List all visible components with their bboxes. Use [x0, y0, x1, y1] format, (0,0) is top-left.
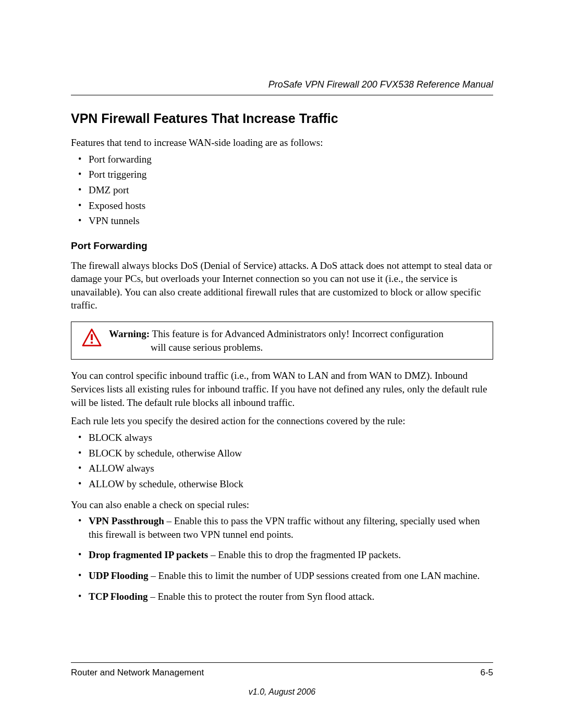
list-item: Drop fragmented IP packets – Enable this… — [71, 548, 493, 562]
rule-desc: – Enable this to drop the fragmented IP … — [208, 549, 401, 560]
running-head: ProSafe VPN Firewall 200 FVX538 Referenc… — [71, 78, 493, 95]
footer-version: v1.0, August 2006 — [71, 686, 493, 698]
svg-rect-2 — [91, 342, 93, 344]
list-item: VPN Passthrough – Enable this to pass th… — [71, 514, 493, 541]
footer-section-title: Router and Network Management — [71, 667, 204, 679]
special-rules-intro: You can also enable a check on special r… — [71, 498, 493, 512]
warning-line1: This feature is for Advanced Administrat… — [150, 328, 444, 339]
list-item: ALLOW by schedule, otherwise Block — [71, 477, 493, 491]
rule-intro-paragraph: Each rule lets you specify the desired a… — [71, 414, 493, 428]
rule-name: VPN Passthrough — [89, 515, 164, 526]
warning-label: Warning: — [109, 328, 150, 339]
list-item: BLOCK by schedule, otherwise Allow — [71, 447, 493, 460]
intro-paragraph: Features that tend to increase WAN-side … — [71, 136, 493, 150]
list-item: Exposed hosts — [71, 199, 493, 213]
footer-rule — [71, 662, 493, 663]
inbound-traffic-paragraph: You can control specific inbound traffic… — [71, 369, 493, 409]
rule-desc: – Enable this to limit the number of UDP… — [149, 570, 480, 581]
list-item: VPN tunnels — [71, 214, 493, 228]
svg-rect-1 — [91, 334, 93, 340]
document-page: ProSafe VPN Firewall 200 FVX538 Referenc… — [0, 0, 563, 728]
special-rules-list: VPN Passthrough – Enable this to pass th… — [71, 514, 493, 603]
warning-line2: will cause serious problems. — [109, 341, 484, 354]
feature-list: Port forwarding Port triggering DMZ port… — [71, 153, 493, 228]
page-footer: Router and Network Management 6-5 v1.0, … — [71, 662, 493, 698]
section-title: VPN Firewall Features That Increase Traf… — [71, 110, 493, 128]
warning-box: Warning: This feature is for Advanced Ad… — [71, 322, 493, 360]
list-item: Port triggering — [71, 168, 493, 181]
warning-text: Warning: This feature is for Advanced Ad… — [107, 327, 484, 354]
port-forwarding-paragraph: The firewall always blocks DoS (Denial o… — [71, 259, 493, 313]
list-item: UDP Flooding – Enable this to limit the … — [71, 569, 493, 583]
subheading-port-forwarding: Port Forwarding — [71, 239, 493, 253]
list-item: Port forwarding — [71, 153, 493, 166]
list-item: ALLOW always — [71, 462, 493, 475]
list-item: BLOCK always — [71, 431, 493, 445]
rule-name: TCP Flooding — [89, 591, 148, 602]
rule-name: UDP Flooding — [89, 570, 149, 581]
rule-desc: – Enable this to protect the router from… — [148, 591, 375, 602]
list-item: DMZ port — [71, 183, 493, 197]
rule-name: Drop fragmented IP packets — [89, 549, 208, 560]
page-number: 6-5 — [480, 667, 493, 679]
rule-actions-list: BLOCK always BLOCK by schedule, otherwis… — [71, 431, 493, 491]
warning-icon — [77, 327, 107, 351]
list-item: TCP Flooding – Enable this to protect th… — [71, 590, 493, 603]
